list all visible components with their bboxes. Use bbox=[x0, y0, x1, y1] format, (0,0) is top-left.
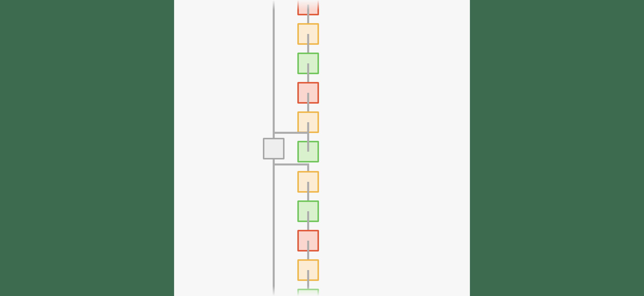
commit-graph[interactable] bbox=[174, 0, 470, 296]
connector-hline bbox=[274, 132, 309, 134]
graph-node[interactable] bbox=[263, 138, 285, 159]
diagram-panel bbox=[174, 0, 470, 296]
connector-vline bbox=[273, 133, 275, 138]
connector-vline bbox=[307, 133, 309, 152]
connector-hline bbox=[273, 163, 309, 165]
graph-node[interactable] bbox=[297, 289, 319, 296]
